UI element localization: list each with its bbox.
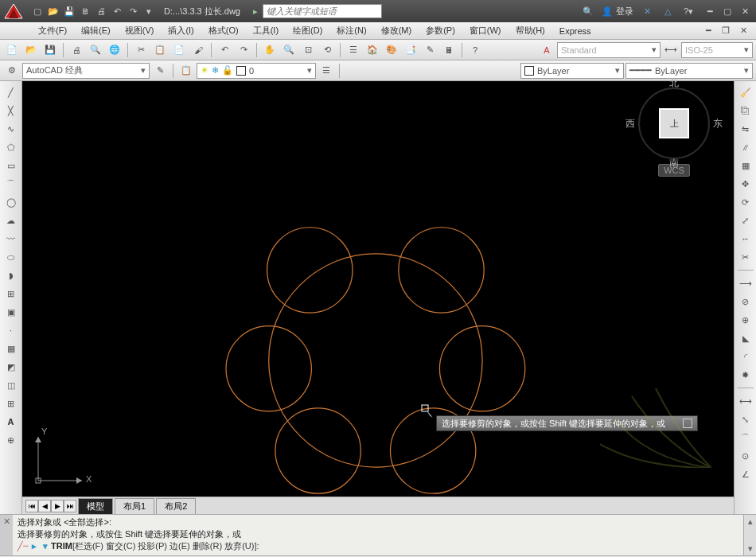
layer-combo[interactable]: ☀❄🔓 0 ▾ (197, 63, 316, 79)
revcloud-icon[interactable]: ☁ (3, 212, 19, 228)
pline-icon[interactable]: ∿ (3, 121, 19, 137)
paste-icon[interactable]: 📄 (170, 41, 188, 59)
prop-icon[interactable]: ☰ (345, 41, 362, 59)
tab-first-icon[interactable]: ⏮ (25, 500, 38, 512)
insert-icon[interactable]: ⊞ (3, 286, 19, 302)
menu-window[interactable]: 窗口(W) (463, 23, 508, 38)
menu-help[interactable]: 帮助(H) (509, 23, 551, 38)
help-icon[interactable]: ?▾ (681, 4, 696, 18)
cmd-scrollbar[interactable]: ▴▾ (743, 515, 756, 555)
close-icon[interactable]: ✕ (737, 4, 753, 18)
tab-last-icon[interactable]: ⏭ (64, 500, 76, 512)
dimstyle-combo[interactable]: ISO-25▾ (681, 42, 753, 58)
offset-icon[interactable]: ⫽ (738, 139, 754, 155)
exchange-icon[interactable]: ✕ (640, 4, 654, 18)
point-icon[interactable]: · (3, 322, 19, 338)
cmd-close-icon[interactable]: ✕ (0, 515, 13, 555)
block-icon[interactable]: ▣ (3, 304, 19, 320)
rect-icon[interactable]: ▭ (3, 158, 19, 173)
a360-icon[interactable]: △ (661, 4, 675, 18)
qat-open-icon[interactable]: 📂 (46, 4, 60, 18)
preview-icon[interactable]: 🔍 (87, 41, 104, 59)
mirror-icon[interactable]: ⇋ (738, 121, 754, 137)
new-icon[interactable]: 📄 (3, 41, 21, 59)
textstyle-icon[interactable]: A (538, 41, 555, 59)
linetype-combo[interactable]: ━━━━ByLayer▾ (625, 63, 753, 79)
hatch-icon[interactable]: ▦ (3, 341, 19, 356)
array-icon[interactable]: ▦ (738, 158, 754, 173)
designcenter-icon[interactable]: 🏠 (364, 41, 381, 59)
tab-layout2[interactable]: 布局2 (156, 498, 196, 514)
zoomwin-icon[interactable]: ⊡ (299, 41, 317, 59)
copy2-icon[interactable]: ⿻ (738, 103, 754, 119)
table-icon[interactable]: ⊞ (3, 395, 19, 411)
doc-restore-icon[interactable]: ❐ (718, 24, 734, 38)
layer-prop-icon[interactable]: 📋 (177, 62, 195, 80)
qat-save-icon[interactable]: 💾 (62, 4, 76, 18)
ellipse-icon[interactable]: ⬭ (3, 249, 19, 265)
zoomprev-icon[interactable]: ⟲ (318, 41, 336, 59)
workspace-settings-icon[interactable]: ✎ (151, 62, 169, 80)
app-logo[interactable] (0, 0, 27, 22)
menu-insert[interactable]: 插入(I) (162, 23, 200, 38)
menu-dim[interactable]: 标注(N) (330, 23, 372, 38)
gradient-icon[interactable]: ◩ (3, 359, 19, 375)
toolpalette-icon[interactable]: 🎨 (383, 41, 400, 59)
menu-view[interactable]: 视图(V) (119, 23, 161, 38)
qat-new-icon[interactable]: ▢ (30, 4, 45, 18)
arc-icon[interactable]: ⌒ (3, 176, 19, 192)
search-input[interactable] (263, 4, 382, 18)
qat-undo-icon[interactable]: ↶ (110, 4, 124, 18)
tab-layout1[interactable]: 布局1 (115, 498, 154, 514)
tab-model[interactable]: 模型 (78, 498, 113, 514)
publish-icon[interactable]: 🌐 (106, 41, 123, 59)
menu-format[interactable]: 格式(O) (202, 23, 245, 38)
viewcube[interactable]: 北 南 东 西 上 WCS (630, 88, 718, 183)
sheet-icon[interactable]: 📑 (402, 41, 419, 59)
tab-prev-icon[interactable]: ◀ (38, 500, 51, 512)
workspace-gear-icon[interactable]: ⚙ (3, 62, 21, 80)
spline-icon[interactable]: 〰 (3, 231, 19, 247)
dim-angular-icon[interactable]: ∠ (738, 466, 754, 482)
dim-linear-icon[interactable]: ⟷ (738, 393, 754, 409)
move-icon[interactable]: ✥ (738, 176, 754, 192)
layer-states-icon[interactable]: ☰ (318, 62, 335, 80)
menu-draw[interactable]: 绘图(D) (286, 23, 329, 38)
cmd-prompt[interactable]: ╱╌▸▾ TRIM [栏选(F) 窗交(C) 投影(P) 边(E) 删除(R) … (18, 540, 738, 552)
command-window[interactable]: ✕ 选择对象或 <全部选择>: 选择要修剪的对象，或按住 Shift 键选择要延… (0, 514, 756, 555)
rotate-icon[interactable]: ⟳ (738, 194, 754, 210)
calc-icon[interactable]: 🖩 (440, 41, 458, 59)
redo-icon[interactable]: ↷ (235, 41, 252, 59)
line-icon[interactable]: ╱ (3, 84, 19, 100)
dim-aligned-icon[interactable]: ⤡ (738, 411, 754, 427)
qat-print-icon[interactable]: 🖨 (94, 4, 108, 18)
plot-icon[interactable]: 🖨 (68, 41, 85, 59)
dimstyle-icon[interactable]: ⟷ (662, 41, 680, 59)
join-icon[interactable]: ⊕ (738, 312, 754, 328)
open-icon[interactable]: 📂 (22, 41, 40, 59)
menu-tools[interactable]: 工具(I) (247, 23, 285, 38)
login-button[interactable]: 👤登录 (602, 6, 633, 18)
xline-icon[interactable]: ╳ (3, 103, 19, 119)
maximize-icon[interactable]: ▢ (719, 4, 735, 18)
fillet-icon[interactable]: ◜ (738, 349, 754, 364)
viewcube-top[interactable]: 上 (659, 108, 689, 138)
scale-icon[interactable]: ⤢ (738, 212, 754, 228)
drawing-canvas[interactable]: 北 南 东 西 上 WCS X Y 选择要修剪的对象，或按住 Shift 键选择… (22, 81, 734, 514)
zoom-icon[interactable]: 🔍 (280, 41, 298, 59)
undo-icon[interactable]: ↶ (216, 41, 233, 59)
cut-icon[interactable]: ✂ (132, 41, 150, 59)
color-combo[interactable]: ByLayer▾ (520, 63, 624, 79)
matchprop-icon[interactable]: 🖌 (189, 41, 207, 59)
pan-icon[interactable]: ✋ (261, 41, 279, 59)
polygon-icon[interactable]: ⬠ (3, 139, 19, 155)
qat-redo-icon[interactable]: ↷ (126, 4, 140, 18)
minimize-icon[interactable]: ━ (702, 4, 718, 18)
menu-param[interactable]: 参数(P) (419, 23, 462, 38)
dim-arc-icon[interactable]: ⌒ (738, 430, 754, 446)
addsel-icon[interactable]: ⊕ (3, 432, 19, 448)
menu-edit[interactable]: 编辑(E) (75, 23, 117, 38)
break-icon[interactable]: ⊘ (738, 294, 754, 310)
textstyle-combo[interactable]: Standard▾ (557, 42, 661, 58)
tooltip-expand-icon[interactable] (683, 419, 692, 428)
